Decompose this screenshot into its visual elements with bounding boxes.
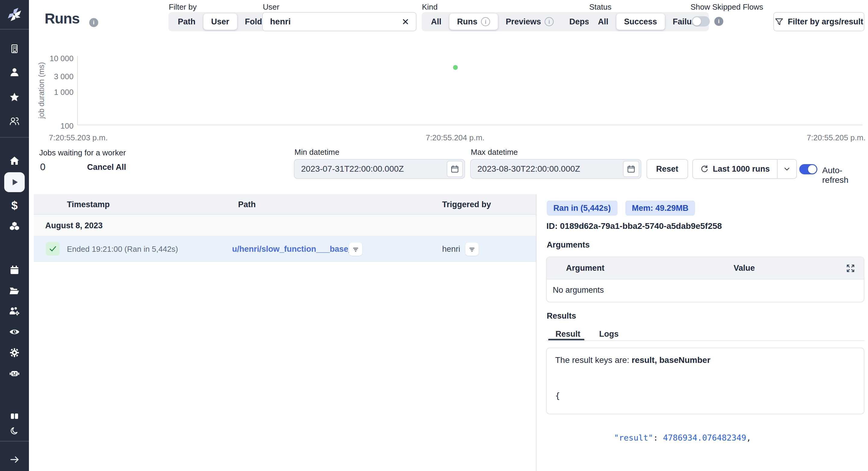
users-icon [9,116,20,127]
ran-in-badge: Ran in (5,442s) [547,201,618,215]
calendar-picker-button[interactable] [623,161,639,177]
jobs-waiting-count: 0 [40,161,45,173]
run-timestamp: Ended 19:21:00 (Ran in 5,442s) [67,236,178,262]
argument-column: Argument [566,257,604,279]
sidebar-item-runs-active[interactable] [4,172,25,192]
table-row[interactable]: Ended 19:21:00 (Ran in 5,442s) u/henri/s… [34,236,536,262]
filter-args-button-label: Filter by args/result [788,17,864,27]
sidebar-item-dark-mode[interactable] [0,426,29,437]
jobs-waiting-label: Jobs waiting for a worker [39,148,126,158]
info-icon[interactable]: i [89,18,98,27]
filter-by-option-path[interactable]: Path [170,13,204,30]
run-path-link[interactable]: u/henri/slow_function___base_11 [232,236,361,262]
sidebar-item-workspace[interactable] [0,43,29,54]
chart-xtick: 7:20:55.203 p.m. [49,133,107,142]
last-runs-button[interactable]: Last 1000 runs [692,159,797,179]
sidebar-item-groups[interactable] [0,116,29,127]
table-header: Timestamp Path Triggered by [34,194,536,215]
sidebar-item-resources[interactable] [0,221,29,233]
sidebar-item-variables[interactable]: $ [0,199,29,211]
show-skipped-toggle[interactable] [692,16,710,27]
expand-button[interactable] [844,262,857,274]
calendar-icon [451,165,459,173]
check-icon [48,244,57,253]
max-datetime-value: 2023-08-30T22:00:00.000Z [477,164,623,174]
last-runs-label: Last 1000 runs [713,164,770,174]
sidebar-item-folders[interactable] [0,285,29,296]
sidebar-divider [0,137,29,138]
json-value: 4786934.076482349 [663,433,746,442]
sidebar-item-settings[interactable] [0,347,29,358]
building-icon [9,44,20,54]
filter-args-button[interactable]: Filter by args/result [773,12,864,31]
run-detail-badges: Ran in (5,442s) Mem: 49.29MB [547,201,695,215]
cubes-icon [9,221,20,233]
filter-by-option-user[interactable]: User [204,13,237,30]
group-date: August 8, 2023 [45,221,103,230]
person-icon [9,67,20,77]
cancel-all-button[interactable]: Cancel All [87,163,126,172]
auto-refresh-toggle[interactable] [799,164,817,174]
windmill-logo-icon [7,6,22,22]
reset-button[interactable]: Reset [647,159,688,179]
calendar-picker-button[interactable] [447,161,463,177]
last-runs-dropdown[interactable] [777,159,796,178]
play-icon [9,177,20,187]
min-datetime-label: Min datetime [294,147,339,157]
column-triggered-by: Triggered by [442,194,491,215]
kind-option-runs[interactable]: Runs i [450,13,498,30]
result-json: { "result": 4786934.076482349, "baseNumb… [555,369,855,471]
sidebar-item-audit-logs[interactable] [0,327,29,337]
arguments-table-header: Argument Value [547,257,864,279]
column-timestamp: Timestamp [67,194,110,215]
sidebar-item-user[interactable] [0,67,29,78]
chart-ytick: 3 000 [33,72,73,81]
users-gear-icon [9,306,20,317]
status-label: Status [589,2,612,12]
runs-page: $ [0,0,868,471]
sidebar-item-home[interactable] [0,156,29,166]
min-datetime-input[interactable]: 2023-07-31T22:00:00.000Z [294,159,465,179]
panel-divider [536,194,536,471]
chevron-down-icon [783,165,791,173]
tab-result[interactable]: Result [555,330,581,339]
triggered-by-filter-button[interactable] [465,242,478,256]
auto-refresh-label: Auto-refresh [822,166,868,185]
kind-option-all[interactable]: All [423,13,450,30]
page-title: Runs [44,10,80,27]
sidebar-item-docs[interactable] [0,411,29,422]
sidebar-item-favorites[interactable] [0,92,29,103]
sidebar-item-schedules[interactable] [0,265,29,275]
sidebar-item-workers[interactable] [0,306,29,317]
run-triggered-by: henri [442,236,460,262]
results-title: Results [547,311,576,321]
chart-ytick: 10 000 [33,54,73,63]
sidebar-expand-button[interactable] [0,454,29,465]
chart-data-point-success[interactable] [453,65,458,70]
sidebar-item-ai[interactable] [0,368,29,379]
kind-option-previews[interactable]: Previews i [498,13,561,30]
status-segmented: All Success Failure [589,12,709,31]
user-input[interactable]: henri ✕ [262,12,416,31]
status-option-all[interactable]: All [590,13,616,30]
tab-logs[interactable]: Logs [599,330,619,339]
sidebar-item-logo[interactable] [0,5,29,23]
max-datetime-input[interactable]: 2023-08-30T22:00:00.000Z [470,159,641,179]
gear-icon [9,347,20,358]
path-filter-button[interactable] [349,242,362,256]
kind-segmented: All Runs i Previews i Deps i [422,12,611,31]
clear-icon[interactable]: ✕ [402,16,409,27]
filter-by-label: Filter by [169,2,196,12]
result-keys: result, baseNumber [632,356,710,365]
run-id: ID: 0189d62a-79a1-bba2-5740-a5dab9e5f258 [547,221,722,231]
book-icon [9,411,20,421]
result-viewer: The result keys are: result, baseNumber … [546,347,864,414]
funnel-icon [775,17,784,26]
max-datetime-label: Max datetime [471,147,518,157]
info-icon[interactable]: i [714,17,723,26]
calendar-icon [627,165,635,173]
info-icon: i [481,17,490,26]
chart-x-axis [77,125,863,125]
robot-icon [9,368,20,379]
status-option-success[interactable]: Success [616,13,665,30]
